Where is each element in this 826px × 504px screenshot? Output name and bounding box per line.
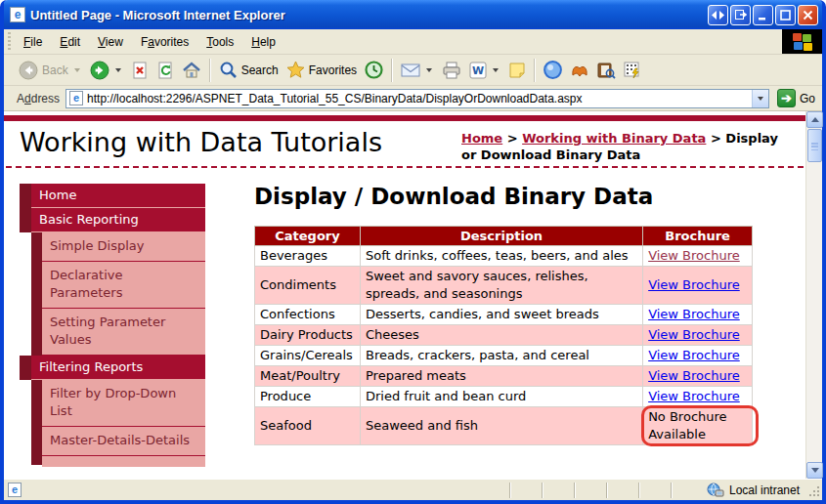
category-cell: Condiments [255,267,361,305]
sidebar-item-setting-parameter-values[interactable]: Setting Parameter Values [31,309,205,356]
menu-bar-items: FileEditViewFavoritesToolsHelp [15,29,782,54]
security-zone-label: Local intranet [729,483,800,497]
browser-window: e Untitled Page - Microsoft Internet Exp… [0,0,826,504]
sidebar-item-declarative-parameters[interactable]: Declarative Parameters [31,262,205,309]
menu-file[interactable]: File [15,31,51,53]
table-body: BeveragesSoft drinks, coffees, teas, bee… [255,246,753,445]
home-icon [182,61,201,80]
sidebar-item-label [42,456,205,467]
toolbar-separator [534,59,536,82]
research-book-icon [597,62,616,79]
sidebar-item-filtering-reports[interactable]: Filtering Reports [20,356,205,380]
sidebar-shadow-strip [31,427,42,456]
brochure-cell: View Brochure [643,267,753,305]
description-cell: Sweet and savory sauces, relishes, sprea… [360,267,642,305]
messenger-button[interactable] [540,59,566,81]
table-row-grains-cereals: Grains/CerealsBreads, crackers, pasta, a… [255,346,753,366]
description-cell: Dried fruit and bean curd [360,387,642,407]
toolbar-separator [391,59,393,82]
encoding-button[interactable] [620,60,645,81]
sidebar-item-basic-reporting[interactable]: Basic Reporting [20,208,205,232]
view-brochure-link[interactable]: View Brochure [648,368,740,383]
sidebar-item-master-details-details[interactable]: Master-Details-Details [31,427,205,456]
history-button[interactable] [361,59,387,81]
menu-view[interactable]: View [89,31,132,53]
research-button[interactable] [593,60,620,81]
minimize-button[interactable] [753,5,773,25]
category-cell: Grains/Cereals [255,346,361,366]
category-cell: Dairy Products [255,325,361,346]
sidebar-item-partial[interactable] [31,456,205,465]
titlebar-arrows-button[interactable] [708,5,728,25]
status-bar: e Local intranet [4,479,822,500]
refresh-icon [156,61,174,80]
view-brochure-link[interactable]: View Brochure [648,389,740,403]
scrollbar-thumb[interactable] [807,129,822,162]
view-brochure-link[interactable]: View Brochure [648,348,740,362]
scrollbar-track[interactable] [806,162,822,462]
page-title: Display / Download Binary Data [254,184,796,209]
status-divider [542,483,543,498]
go-arrow-icon: ➔ [777,89,796,107]
categories-table: Category Description Brochure BeveragesS… [254,226,753,445]
title-bar: e Untitled Page - Microsoft Internet Exp… [4,0,822,29]
msn-button[interactable] [566,61,593,80]
local-intranet-icon [707,483,724,498]
forward-button[interactable] [86,59,127,82]
mail-button[interactable] [397,61,438,80]
refresh-button[interactable] [152,59,178,82]
edit-chevron-icon [493,68,499,72]
toolbar: Back Search Favorites [4,55,822,86]
search-button[interactable]: Search [215,59,283,81]
page-body: HomeBasic ReportingSimple DisplayDeclara… [4,168,805,479]
annotation-circle [641,405,759,446]
breadcrumb-link-binary-data[interactable]: Working with Binary Data [522,131,706,146]
sidebar-item-label: Home [31,184,205,208]
menu-help[interactable]: Help [242,31,284,53]
menu-edit[interactable]: Edit [51,31,89,53]
history-icon [365,61,383,79]
home-button[interactable] [178,59,205,82]
address-url: http://localhost:2296/ASPNET_Data_Tutori… [87,92,752,105]
address-dropdown-button[interactable] [752,90,768,107]
print-button[interactable] [438,60,465,81]
ie-page-icon: e [10,7,25,22]
table-row-confections: ConfectionsDesserts, candies, and sweet … [255,305,753,325]
vertical-scrollbar[interactable] [805,111,822,479]
sidebar-item-filter-by-drop-down-list[interactable]: Filter by Drop-Down List [31,380,205,427]
menu-favorites[interactable]: Favorites [132,31,197,53]
edit-with-word-button[interactable]: W [465,60,504,81]
favorites-label: Favorites [309,63,357,77]
titlebar-popout-button[interactable] [730,5,751,25]
back-button[interactable]: Back [15,59,86,82]
url-favicon: e [69,91,83,105]
breadcrumb-link-home[interactable]: Home [461,131,502,146]
stop-button[interactable] [127,59,152,82]
category-cell: Produce [255,387,361,407]
security-zone-panel: Local intranet [703,483,807,498]
discuss-button[interactable] [504,60,530,81]
favorites-button[interactable]: Favorites [283,59,361,81]
scroll-up-button[interactable] [806,111,823,128]
sidebar-item-simple-display[interactable]: Simple Display [31,232,205,262]
scroll-down-button[interactable] [806,462,823,479]
menu-tools[interactable]: Tools [197,31,242,53]
view-brochure-link[interactable]: View Brochure [648,277,740,292]
view-brochure-link[interactable]: View Brochure [648,307,740,321]
table-header-row: Category Description Brochure [255,227,753,246]
go-button[interactable]: ➔ Go [774,88,818,108]
windows-flag-icon [793,33,812,51]
description-cell: Soft drinks, coffees, teas, beers, and a… [360,246,642,267]
view-brochure-link[interactable]: View Brochure [648,327,740,342]
page-header: Working with Data Tutorials Home > Worki… [4,121,805,166]
back-icon [19,61,38,80]
status-page-icon: e [8,483,22,497]
close-button[interactable] [798,5,818,25]
resize-grip[interactable] [807,483,821,498]
view-brochure-link[interactable]: View Brochure [648,248,740,263]
sidebar-shadow-strip [20,208,31,232]
menu-grip[interactable] [6,32,13,51]
maximize-button[interactable] [775,5,796,25]
sidebar-item-home[interactable]: Home [20,184,205,208]
address-input[interactable]: e http://localhost:2296/ASPNET_Data_Tuto… [65,89,769,108]
